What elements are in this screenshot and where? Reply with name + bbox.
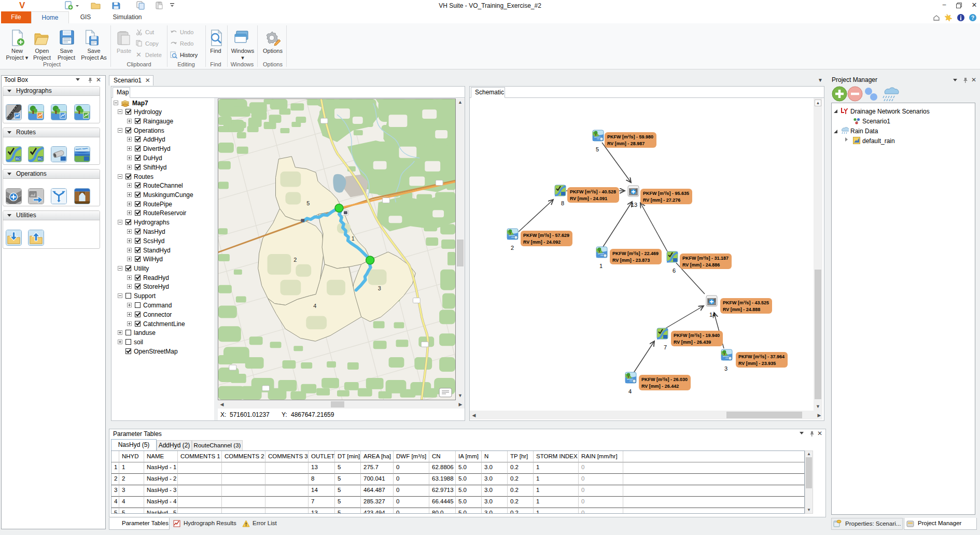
svg-text:5: 5 bbox=[596, 146, 599, 152]
svg-text:1: 1 bbox=[599, 263, 603, 269]
svg-text:PKFW [m³/s] - 37.964: PKFW [m³/s] - 37.964 bbox=[738, 354, 785, 359]
svg-text:14: 14 bbox=[709, 312, 716, 318]
svg-text:RV [mm] - 23.935: RV [mm] - 23.935 bbox=[738, 361, 776, 366]
svg-text:RC: RC bbox=[16, 157, 21, 161]
svg-text:7: 7 bbox=[664, 344, 667, 350]
svg-text:PKFW [m³/s] - 59.980: PKFW [m³/s] - 59.980 bbox=[607, 134, 653, 139]
svg-text:RV [mm] - 26.442: RV [mm] - 26.442 bbox=[641, 384, 679, 389]
svg-text:8: 8 bbox=[561, 200, 564, 206]
svg-text:4: 4 bbox=[313, 303, 316, 309]
svg-text:RV [mm] - 26.439: RV [mm] - 26.439 bbox=[674, 340, 711, 345]
svg-text:RV [mm] - 24.886: RV [mm] - 24.886 bbox=[682, 262, 720, 268]
svg-text:PKFW [m³/s] - 19.940: PKFW [m³/s] - 19.940 bbox=[674, 333, 720, 338]
svg-text:RV [mm] - 27.276: RV [mm] - 27.276 bbox=[643, 198, 680, 203]
svg-text:PKFW [m³/s] - 31.187: PKFW [m³/s] - 31.187 bbox=[682, 256, 729, 261]
svg-text:3: 3 bbox=[724, 365, 727, 372]
svg-text:4: 4 bbox=[628, 388, 632, 395]
svg-text:2: 2 bbox=[511, 245, 514, 251]
svg-text:5: 5 bbox=[306, 200, 310, 206]
svg-text:RV [mm] - 24.091: RV [mm] - 24.091 bbox=[570, 196, 607, 201]
svg-text:PKFW [m³/s] - 57.629: PKFW [m³/s] - 57.629 bbox=[523, 233, 569, 238]
svg-text:2: 2 bbox=[293, 257, 297, 263]
svg-text:PKFW [m³/s] - 22.469: PKFW [m³/s] - 22.469 bbox=[612, 251, 659, 256]
svg-text:6: 6 bbox=[673, 268, 676, 274]
svg-text:?: ? bbox=[971, 15, 974, 21]
svg-text:RV [mm] - 24.888: RV [mm] - 24.888 bbox=[723, 307, 760, 312]
svg-text:1: 1 bbox=[352, 235, 355, 242]
svg-text:RC: RC bbox=[38, 157, 43, 161]
svg-text:RV [mm] - 24.092: RV [mm] - 24.092 bbox=[523, 240, 561, 245]
svg-text:RV [mm] - 23.873: RV [mm] - 23.873 bbox=[612, 258, 650, 263]
svg-text:PKFW [m³/s] - 40.528: PKFW [m³/s] - 40.528 bbox=[570, 189, 616, 194]
svg-text:3: 3 bbox=[378, 285, 381, 291]
svg-text:RV [mm] - 28.987: RV [mm] - 28.987 bbox=[607, 141, 645, 146]
svg-text:PKFW [m³/s] - 26.030: PKFW [m³/s] - 26.030 bbox=[641, 377, 688, 382]
svg-text:PKFW [m³/s] - 43.525: PKFW [m³/s] - 43.525 bbox=[723, 300, 769, 305]
svg-text:13: 13 bbox=[631, 202, 637, 208]
svg-text:PKFW [m³/s] - 95.635: PKFW [m³/s] - 95.635 bbox=[643, 191, 689, 196]
